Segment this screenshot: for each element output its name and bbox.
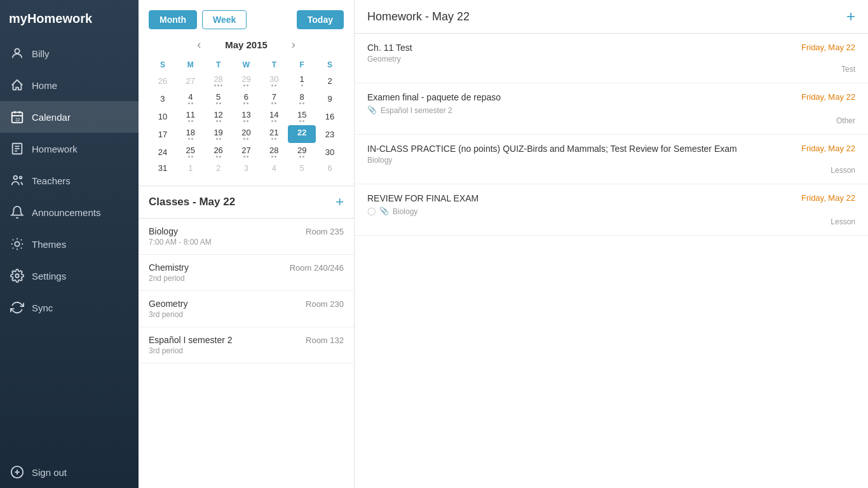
sidebar-home-label: Home bbox=[32, 80, 57, 91]
app-title: myHomework bbox=[0, 0, 139, 37]
sidebar-item-signout[interactable]: Sign out bbox=[0, 456, 139, 488]
calendar-day[interactable]: 6 bbox=[316, 161, 344, 175]
calendar-day[interactable]: 12 bbox=[205, 107, 233, 125]
calendar-day[interactable]: 5 bbox=[205, 90, 233, 107]
calendar-day[interactable]: 28 bbox=[260, 143, 288, 161]
homework-icon bbox=[10, 142, 24, 156]
calendar-day[interactable]: 15 bbox=[288, 107, 316, 125]
svg-text:22: 22 bbox=[15, 118, 20, 122]
sidebar-teachers-label: Teachers bbox=[32, 175, 71, 186]
class-time: 3rd period bbox=[149, 346, 344, 355]
svg-point-13 bbox=[15, 274, 19, 278]
calendar-day[interactable]: 9 bbox=[316, 90, 344, 107]
calendar-body: 2627282930123456789101112131415161718192… bbox=[149, 72, 344, 175]
calendar-day[interactable]: 3 bbox=[149, 90, 177, 107]
calendar-day[interactable]: 1 bbox=[177, 161, 205, 175]
sidebar-item-home[interactable]: Home bbox=[0, 69, 139, 101]
calendar-day[interactable]: 26 bbox=[205, 143, 233, 161]
calendar-day[interactable]: 29 bbox=[288, 143, 316, 161]
sidebar-item-calendar[interactable]: 22 Calendar bbox=[0, 101, 139, 133]
calendar-day[interactable]: 27 bbox=[177, 72, 205, 90]
class-name: Biology bbox=[149, 226, 178, 236]
calendar-day[interactable]: 30 bbox=[316, 143, 344, 161]
calendar-day[interactable]: 17 bbox=[149, 125, 177, 143]
sidebar-item-themes[interactable]: Themes bbox=[0, 228, 139, 260]
week-view-button[interactable]: Week bbox=[202, 10, 247, 29]
prev-month-arrow[interactable]: ‹ bbox=[192, 37, 206, 53]
add-homework-button[interactable]: + bbox=[846, 9, 855, 24]
calendar-day[interactable]: 21 bbox=[260, 125, 288, 143]
right-panel: Homework - May 22 + Ch. 11 Test Friday, … bbox=[355, 0, 868, 488]
sidebar-item-announcements[interactable]: Announcements bbox=[0, 196, 139, 228]
sidebar-settings-label: Settings bbox=[32, 271, 66, 281]
calendar-day[interactable]: 7 bbox=[260, 90, 288, 107]
calendar-day[interactable]: 5 bbox=[288, 161, 316, 175]
class-list-item[interactable]: Biology Room 235 7:00 AM - 8:00 AM bbox=[139, 219, 354, 255]
hw-name: REVIEW FOR FINAL EXAM bbox=[367, 193, 801, 203]
calendar-day[interactable]: 28 bbox=[205, 72, 233, 90]
calendar-day[interactable]: 13 bbox=[233, 107, 261, 125]
calendar-day[interactable]: 16 bbox=[316, 107, 344, 125]
sidebar-item-user[interactable]: Billy bbox=[0, 37, 139, 69]
calendar-day[interactable]: 30 bbox=[260, 72, 288, 90]
classes-title: Classes - May 22 bbox=[149, 196, 235, 208]
calendar-day[interactable]: 29 bbox=[233, 72, 261, 90]
calendar-day[interactable]: 27 bbox=[233, 143, 261, 161]
calendar-day[interactable]: 1 bbox=[288, 72, 316, 90]
sidebar-item-teachers[interactable]: Teachers bbox=[0, 165, 139, 196]
class-list-item[interactable]: Chemistry Room 240/246 2nd period bbox=[139, 255, 354, 291]
homework-item[interactable]: Ch. 11 Test Friday, May 22 Geometry Test bbox=[355, 34, 868, 83]
hw-type: Lesson bbox=[367, 217, 855, 226]
hw-type: Test bbox=[367, 65, 855, 74]
hw-subject: Biology bbox=[367, 156, 855, 165]
calendar-section: Month Week Today ‹ May 2015 › SMTWTFS 26… bbox=[139, 0, 354, 186]
calendar-day[interactable]: 4 bbox=[177, 90, 205, 107]
user-icon bbox=[10, 46, 24, 60]
calendar-day[interactable]: 11 bbox=[177, 107, 205, 125]
calendar-day[interactable]: 20 bbox=[233, 125, 261, 143]
classes-header: Classes - May 22 + bbox=[139, 186, 354, 219]
calendar-day[interactable]: 2 bbox=[205, 161, 233, 175]
calendar-day[interactable]: 8 bbox=[288, 90, 316, 107]
class-time: 2nd period bbox=[149, 274, 344, 283]
hw-subject: Geometry bbox=[367, 55, 855, 64]
calendar-day[interactable]: 2 bbox=[316, 72, 344, 90]
calendar-day[interactable]: 23 bbox=[316, 125, 344, 143]
hw-subject: Español I semester 2 bbox=[381, 106, 452, 115]
calendar-day[interactable]: 22 bbox=[288, 125, 316, 143]
calendar-day[interactable]: 19 bbox=[205, 125, 233, 143]
calendar-day[interactable]: 3 bbox=[233, 161, 261, 175]
calendar-day[interactable]: 10 bbox=[149, 107, 177, 125]
calendar-toolbar: Month Week Today bbox=[149, 10, 344, 29]
class-list-item[interactable]: Geometry Room 230 3rd period bbox=[139, 291, 354, 327]
hw-date: Friday, May 22 bbox=[801, 144, 855, 153]
calendar-day[interactable]: 6 bbox=[233, 90, 261, 107]
svg-point-0 bbox=[15, 49, 19, 53]
calendar-day[interactable]: 31 bbox=[149, 161, 177, 175]
next-month-arrow[interactable]: › bbox=[287, 37, 301, 53]
homework-item[interactable]: IN-CLASS PRACTICE (no points) QUIZ-Birds… bbox=[355, 135, 868, 184]
sidebar-item-sync[interactable]: Sync bbox=[0, 292, 139, 323]
sidebar-item-settings[interactable]: Settings bbox=[0, 260, 139, 292]
announcements-icon bbox=[10, 205, 24, 219]
today-button[interactable]: Today bbox=[297, 10, 344, 29]
class-list-item[interactable]: Español I semester 2 Room 132 3rd period bbox=[139, 327, 354, 363]
homework-item[interactable]: REVIEW FOR FINAL EXAM Friday, May 22 ◯📎B… bbox=[355, 184, 868, 236]
home-icon bbox=[10, 78, 24, 92]
calendar-day[interactable]: 26 bbox=[149, 72, 177, 90]
homework-item[interactable]: Examen final - paquete de repaso Friday,… bbox=[355, 83, 868, 135]
calendar-day[interactable]: 25 bbox=[177, 143, 205, 161]
month-view-button[interactable]: Month bbox=[149, 10, 197, 29]
calendar-day[interactable]: 18 bbox=[177, 125, 205, 143]
sidebar-user-label: Billy bbox=[32, 48, 50, 59]
hw-type: Other bbox=[367, 116, 855, 125]
calendar-day[interactable]: 24 bbox=[149, 143, 177, 161]
classes-section: Classes - May 22 + Biology Room 235 7:00… bbox=[139, 186, 354, 488]
calendar-day[interactable]: 4 bbox=[260, 161, 288, 175]
homework-list: Ch. 11 Test Friday, May 22 Geometry Test… bbox=[355, 34, 868, 488]
svg-point-10 bbox=[14, 176, 18, 180]
sidebar-item-homework[interactable]: Homework bbox=[0, 133, 139, 165]
calendar-day[interactable]: 14 bbox=[260, 107, 288, 125]
add-class-button[interactable]: + bbox=[336, 195, 344, 209]
hw-name: IN-CLASS PRACTICE (no points) QUIZ-Birds… bbox=[367, 144, 801, 154]
